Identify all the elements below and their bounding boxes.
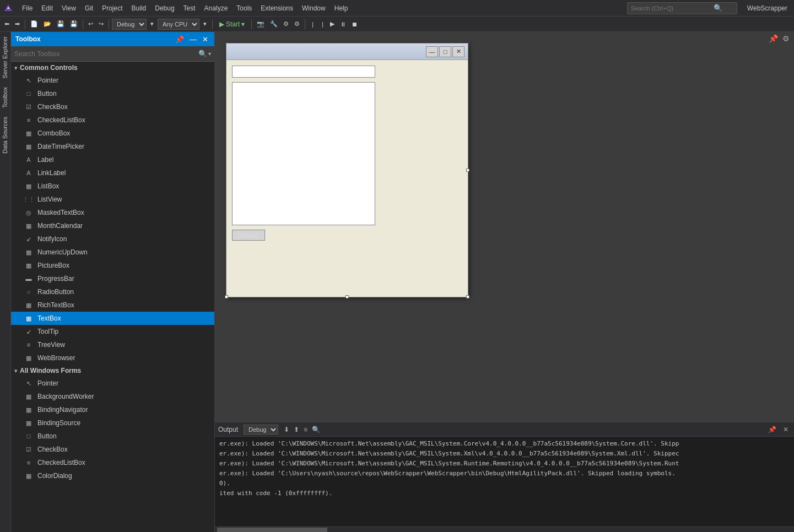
- toolbox-item-common-controls-richtextbox[interactable]: ▦RichTextBox: [11, 298, 214, 312]
- toolbar-btn-11[interactable]: ▶: [328, 19, 337, 29]
- toolbox-item-common-controls-datetimepicker[interactable]: ▦DateTimePicker: [11, 140, 214, 153]
- toolbox-item-common-controls-listbox[interactable]: ▦ListBox: [11, 180, 214, 193]
- toolbar-btn-6[interactable]: 🔧: [268, 19, 280, 29]
- toolbox-item-all-windows-forms-backgroundworker[interactable]: ▦BackgroundWorker: [11, 390, 214, 403]
- menu-git[interactable]: Git: [80, 2, 98, 14]
- toolbar-btn-7[interactable]: ⚙: [281, 19, 291, 29]
- menu-analyze[interactable]: Analyze: [200, 2, 233, 14]
- toolbox-item-common-controls-textbox[interactable]: ▦TextBox: [11, 312, 214, 325]
- toolbox-item-all-windows-forms-bindingsource[interactable]: ▦BindingSource: [11, 416, 214, 430]
- toolbox-item-common-controls-checkedlistbox[interactable]: ≡CheckedListBox: [11, 113, 214, 127]
- toolbox-item-common-controls-radiobutton[interactable]: ○RadioButton: [11, 285, 214, 298]
- save-all-btn[interactable]: 💾: [68, 19, 80, 29]
- menu-help[interactable]: Help: [330, 2, 353, 14]
- toolbox-tab[interactable]: Toolbox: [0, 83, 10, 112]
- form-close-btn[interactable]: ✕: [452, 46, 464, 57]
- toolbox-section-1[interactable]: ▾All Windows Forms: [11, 365, 214, 377]
- toolbox-search-dropdown[interactable]: ▾: [208, 51, 211, 57]
- toolbox-close-btn[interactable]: ✕: [201, 35, 210, 44]
- toolbox-item-all-windows-forms-checkbox[interactable]: ☑CheckBox: [11, 443, 214, 456]
- form-textbox[interactable]: [232, 66, 375, 78]
- menu-edit[interactable]: Edit: [37, 2, 57, 14]
- server-explorer-tab[interactable]: Server Explorer: [0, 32, 10, 83]
- cpu-dropdown-btn[interactable]: ▾: [201, 19, 209, 29]
- toolbox-item-all-windows-forms-pointer[interactable]: ↖Pointer: [11, 377, 214, 390]
- output-scrollbar-thumb[interactable]: [217, 528, 327, 532]
- toolbox-item-common-controls-webbrowser[interactable]: ▦WebBrowser: [11, 351, 214, 365]
- toolbox-minimize-btn[interactable]: —: [188, 35, 198, 44]
- toolbox-pin-btn[interactable]: 📌: [174, 35, 186, 44]
- toolbar-btn-8[interactable]: ⚙: [292, 19, 302, 29]
- form-maximize-btn[interactable]: □: [439, 46, 451, 57]
- toolbox-item-common-controls-maskedtextbox[interactable]: ◎MaskedTextBox: [11, 206, 214, 219]
- output-close-btn[interactable]: ✕: [781, 425, 791, 435]
- toolbox-item-common-controls-numericupdown[interactable]: ▦NumericUpDown: [11, 246, 214, 259]
- form-listbox[interactable]: [232, 82, 375, 225]
- cpu-select[interactable]: Any CPU: [158, 19, 199, 30]
- toolbox-item-common-controls-picturebox[interactable]: ▦PictureBox: [11, 259, 214, 272]
- output-clear-btn[interactable]: ⬇: [282, 425, 291, 435]
- data-sources-tab[interactable]: Data Sources: [0, 112, 10, 158]
- toolbox-section-0[interactable]: ▾Common Controls: [11, 62, 214, 74]
- toolbox-search-icon[interactable]: 🔍: [198, 50, 207, 58]
- output-filter-btn[interactable]: ⬆: [291, 425, 301, 435]
- toolbar-btn-12[interactable]: ⏸: [338, 20, 348, 29]
- debug-config-select[interactable]: Debug: [112, 19, 147, 30]
- toolbox-search-input[interactable]: [14, 50, 198, 58]
- toolbox-item-common-controls-tooltip[interactable]: ↙ToolTip: [11, 325, 214, 338]
- toolbox-item-common-controls-button[interactable]: □Button: [11, 87, 214, 100]
- menu-debug[interactable]: Debug: [150, 2, 179, 14]
- toolbox-item-common-controls-progressbar[interactable]: ▬ProgressBar: [11, 272, 214, 285]
- output-pin-btn[interactable]: 📌: [766, 425, 779, 435]
- undo-btn[interactable]: ↩: [86, 19, 95, 29]
- output-word-wrap-btn[interactable]: ≡: [301, 425, 310, 435]
- resize-handle-bottom-right[interactable]: [466, 295, 469, 298]
- top-right-settings-icon[interactable]: ⚙: [782, 34, 790, 43]
- form-button1[interactable]: Button1: [232, 230, 265, 241]
- toolbar-btn-10[interactable]: |: [318, 20, 327, 29]
- toolbox-item-common-controls-label[interactable]: ALabel: [11, 153, 214, 166]
- toolbar-btn-13[interactable]: ⏹: [349, 20, 360, 29]
- toolbox-item-common-controls-pointer[interactable]: ↖Pointer: [11, 74, 214, 87]
- save-btn[interactable]: 💾: [55, 19, 67, 29]
- resize-handle-bottom[interactable]: [345, 295, 349, 298]
- camera-btn[interactable]: 📷: [255, 19, 267, 29]
- open-file-btn[interactable]: 📂: [41, 19, 53, 29]
- config-dropdown-btn[interactable]: ▾: [148, 19, 156, 29]
- redo-btn[interactable]: ↪: [96, 19, 106, 29]
- menu-project[interactable]: Project: [98, 2, 127, 14]
- toolbox-item-all-windows-forms-checkedlistbox[interactable]: ≡CheckedListBox: [11, 456, 214, 469]
- toolbox-item-common-controls-combobox[interactable]: ▦ComboBox: [11, 127, 214, 140]
- menu-view[interactable]: View: [57, 2, 80, 14]
- nav-fwd-btn[interactable]: ➡: [13, 19, 22, 29]
- output-source-select[interactable]: Debug: [244, 425, 278, 435]
- menu-search-box[interactable]: 🔍: [627, 2, 737, 14]
- start-button[interactable]: ▶ Start ▾: [215, 19, 249, 30]
- toolbar-btn-9[interactable]: |: [308, 20, 317, 29]
- menu-window[interactable]: Window: [298, 2, 330, 14]
- resize-handle-bottom-left[interactable]: [225, 295, 228, 298]
- toolbox-item-common-controls-treeview[interactable]: ≡TreeView: [11, 338, 214, 351]
- output-scrollbar-x[interactable]: [215, 526, 794, 532]
- resize-handle-right[interactable]: [466, 169, 469, 172]
- toolbox-item-common-controls-checkbox[interactable]: ☑CheckBox: [11, 100, 214, 113]
- toolbox-item-common-controls-monthcalendar[interactable]: ▦MonthCalendar: [11, 219, 214, 232]
- top-right-pin-icon[interactable]: 📌: [769, 34, 778, 43]
- menu-test[interactable]: Test: [179, 2, 200, 14]
- menu-search-input[interactable]: [631, 5, 714, 12]
- nav-back-btn[interactable]: ⬅: [2, 19, 12, 29]
- menu-tools[interactable]: Tools: [232, 2, 256, 14]
- output-find-btn[interactable]: 🔍: [310, 425, 322, 435]
- toolbox-item-common-controls-notifyicon[interactable]: ↙NotifyIcon: [11, 232, 214, 246]
- toolbox-item-all-windows-forms-bindingnavigator[interactable]: ▦BindingNavigator: [11, 403, 214, 416]
- menu-extensions[interactable]: Extensions: [256, 2, 298, 14]
- toolbox-item-common-controls-linklabel[interactable]: ALinkLabel: [11, 166, 214, 180]
- form-minimize-btn[interactable]: —: [426, 46, 438, 57]
- toolbox-item-all-windows-forms-button[interactable]: □Button: [11, 430, 214, 443]
- menu-file[interactable]: File: [18, 2, 37, 14]
- toolbox-item-all-windows-forms-colordialog[interactable]: ▦ColorDialog: [11, 469, 214, 482]
- new-project-btn[interactable]: 📄: [28, 19, 40, 29]
- menu-build[interactable]: Build: [127, 2, 151, 14]
- toolbox-item-common-controls-listview[interactable]: ⋮⋮ListView: [11, 193, 214, 206]
- designer-canvas[interactable]: — □ ✕ Button1: [215, 32, 794, 422]
